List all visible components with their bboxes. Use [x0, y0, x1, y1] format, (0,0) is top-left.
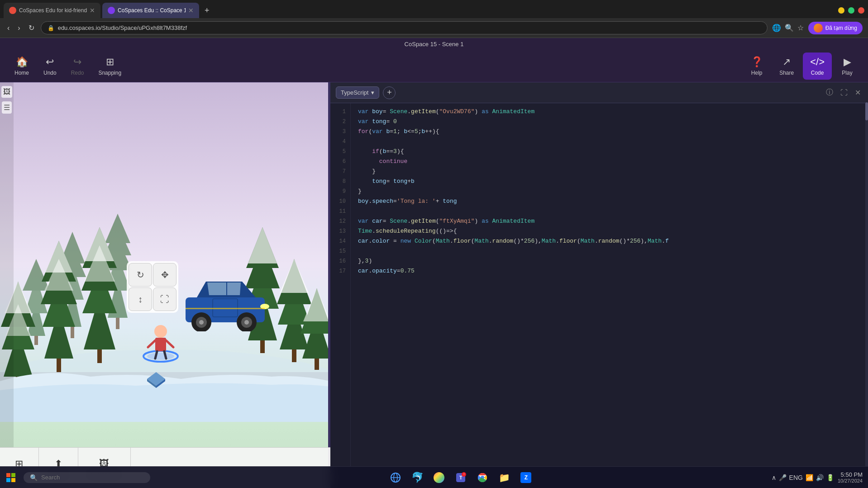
time-display: 5:50 PM [838, 471, 863, 478]
home-button[interactable]: 🏠 Home [7, 53, 36, 80]
minimize-button[interactable] [838, 7, 844, 14]
line-num-13: 13 [330, 226, 350, 236]
bookmark-icon[interactable]: ☆ [797, 24, 804, 32]
taskbar-files[interactable]: 📁 [494, 468, 514, 488]
line-num-2: 2 [330, 117, 350, 127]
play-button[interactable]: ▶ Play [834, 53, 861, 80]
code-line-3: for(var b=1; b<=5;b++){ [358, 127, 868, 137]
volume-icon[interactable]: 🔊 [816, 474, 824, 481]
code-line-15 [358, 246, 868, 256]
tab2-close[interactable]: ✕ [188, 7, 194, 14]
battery-icon[interactable]: 🔋 [826, 474, 834, 481]
app-title: CoSpace 15 - Scene 1 [402, 38, 467, 50]
line-num-10: 10 [330, 196, 350, 206]
scale-control[interactable]: ⛶ [153, 287, 176, 311]
new-tab-button[interactable]: + [201, 4, 213, 17]
close-code-button[interactable]: ✕ [853, 86, 863, 99]
line-num-1: 1 [330, 107, 350, 117]
character-boy [143, 318, 179, 365]
info-button[interactable]: ⓘ [824, 86, 835, 99]
car-object [181, 273, 272, 333]
translate-icon[interactable]: 🌐 [772, 24, 781, 32]
updown-control[interactable]: ↕ [129, 287, 152, 311]
gallery-icon[interactable]: 🖼 [1, 86, 12, 98]
profile-avatar [814, 24, 823, 33]
svg-rect-55 [155, 338, 166, 351]
share-label: Share [779, 70, 794, 76]
taskbar-zalo[interactable]: Z [516, 468, 536, 488]
taskbar-paint[interactable] [429, 468, 449, 488]
tab-bar: CoSpaces Edu for kid-friendly ... ✕ CoSp… [0, 0, 868, 18]
tab-2[interactable]: CoSpaces Edu :: CoSpace 15 ✕ [102, 3, 199, 18]
maximize-button[interactable] [848, 7, 854, 14]
code-line-5: if(b==3){ [358, 147, 868, 157]
left-sidebar: 🖼 ☰ [0, 82, 14, 447]
tab-1[interactable]: CoSpaces Edu for kid-friendly ... ✕ [4, 3, 100, 18]
expand-icon[interactable]: ∧ [772, 474, 776, 481]
add-script-button[interactable]: + [383, 86, 396, 99]
svg-line-56 [148, 340, 155, 347]
fullscreen-button[interactable]: ⛶ [839, 86, 849, 99]
line-num-15: 15 [330, 246, 350, 256]
svg-rect-69 [186, 308, 265, 309]
code-editor[interactable]: 1 2 3 4 5 6 7 8 9 10 11 12 13 14 15 16 1 [330, 103, 868, 488]
snapping-label: Snapping [98, 70, 121, 76]
taskbar-browser[interactable] [386, 468, 405, 488]
mic-mute-icon[interactable]: 🎤 [779, 474, 787, 481]
search-input[interactable] [41, 474, 132, 481]
taskbar-chrome[interactable] [472, 468, 492, 488]
back-button[interactable]: ‹ [5, 22, 11, 34]
language-selector[interactable]: TypeScript ▾ [336, 86, 379, 99]
start-button[interactable] [0, 467, 22, 488]
taskbar-dolphin[interactable]: 🐬 [407, 468, 427, 488]
scene-area[interactable]: ↻ ✥ ↕ ⛶ 🖼 ☰ ⊞ Library ⬆ Upload [0, 82, 330, 488]
svg-rect-47 [292, 349, 296, 362]
address-bar: ‹ › ↻ 🔒 edu.cospaces.io/Studio/Space/uPG… [0, 18, 868, 38]
taskbar-search[interactable]: 🔍 [24, 472, 150, 483]
tab1-close[interactable]: ✕ [90, 7, 95, 14]
transform-controls[interactable]: ↻ ✥ ↕ ⛶ [127, 261, 178, 313]
code-line-2: var tong= 0 [358, 117, 868, 127]
block-object [145, 365, 167, 390]
svg-marker-70 [147, 372, 165, 386]
code-button[interactable]: </> Code [803, 53, 832, 80]
svg-rect-42 [260, 340, 265, 353]
help-label: Help [751, 70, 763, 76]
close-button[interactable] [858, 7, 864, 14]
svg-line-57 [166, 340, 173, 347]
rotate-control[interactable]: ↻ [129, 263, 152, 287]
car-svg [181, 273, 272, 331]
reload-button[interactable]: ↻ [27, 22, 36, 34]
redo-button[interactable]: ↪ Redo [64, 53, 91, 80]
svg-marker-15 [105, 214, 130, 243]
undo-button[interactable]: ↩ Undo [36, 53, 64, 80]
svg-marker-50 [303, 288, 330, 321]
move-control[interactable]: ✥ [153, 263, 176, 287]
svg-rect-36 [97, 349, 102, 363]
share-button[interactable]: ↗ Share [772, 53, 801, 80]
code-lines[interactable]: var boy= Scene.getItem("Ovu2WD76") as An… [351, 103, 868, 488]
redo-icon: ↪ [73, 56, 81, 68]
line-num-4: 4 [330, 137, 350, 147]
url-box[interactable]: 🔒 edu.cospaces.io/Studio/Space/uPGxh8lt7… [41, 21, 768, 34]
line-num-8: 8 [330, 177, 350, 187]
forward-button[interactable]: › [16, 22, 22, 34]
home-label: Home [14, 70, 29, 76]
boy-svg [143, 318, 179, 363]
svg-rect-51 [315, 359, 319, 370]
tab1-label: CoSpaces Edu for kid-friendly ... [19, 7, 87, 14]
taskbar-teams[interactable]: T ! [451, 468, 471, 488]
help-button[interactable]: ❓ Help [743, 53, 770, 80]
scrollbar-thumb[interactable] [865, 102, 868, 120]
svg-rect-10 [71, 327, 74, 338]
profile-button[interactable]: Đã tạm dừng [808, 22, 863, 34]
scrollbar-track[interactable] [865, 102, 868, 488]
time-block[interactable]: 5:50 PM 10/27/2024 [838, 471, 863, 483]
list-icon[interactable]: ☰ [2, 101, 12, 114]
search-icon[interactable]: 🔍 [785, 24, 794, 32]
block-svg [145, 365, 167, 388]
toolbar-right: ❓ Help ↗ Share </> Code ▶ Play [743, 53, 861, 80]
wifi-icon[interactable]: 📶 [806, 474, 813, 481]
snapping-button[interactable]: ⊞ Snapping [91, 53, 129, 80]
line-num-17: 17 [330, 266, 350, 276]
